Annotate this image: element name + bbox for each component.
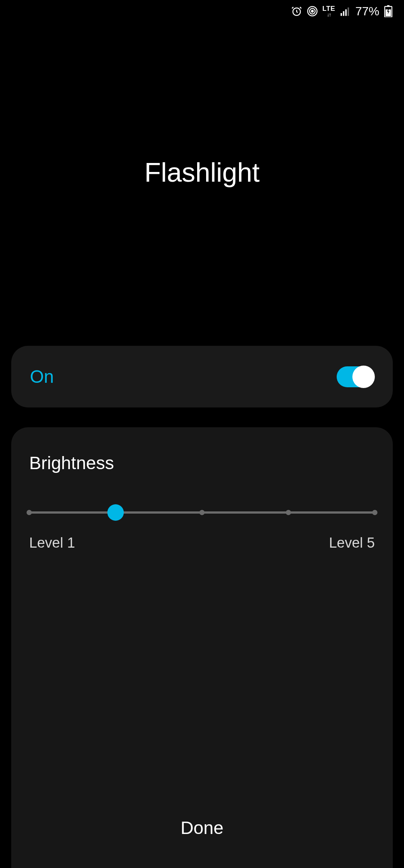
toggle-label: On (30, 366, 54, 387)
svg-rect-5 (343, 11, 345, 16)
slider-labels: Level 1 Level 5 (29, 535, 375, 551)
battery-charging-icon (384, 5, 393, 17)
brightness-title: Brightness (29, 453, 375, 473)
slider-thumb[interactable] (107, 504, 124, 521)
network-type-icon: LTE ↓↑ (322, 5, 335, 17)
brightness-slider[interactable] (29, 505, 375, 520)
toggle-switch[interactable] (337, 366, 374, 387)
svg-rect-4 (340, 13, 342, 16)
status-bar: LTE ↓↑ 77% (0, 0, 404, 22)
svg-rect-6 (345, 9, 347, 16)
slider-tick (372, 510, 377, 515)
battery-percent: 77% (355, 4, 379, 18)
done-button[interactable]: Done (11, 818, 393, 838)
page-title: Flashlight (0, 157, 404, 188)
svg-point-1 (311, 10, 313, 12)
slider-max-label: Level 5 (329, 535, 375, 551)
signal-icon (340, 6, 351, 17)
hotspot-icon (307, 6, 318, 17)
slider-tick (199, 510, 205, 515)
alarm-icon (291, 6, 302, 17)
brightness-card: Brightness Level 1 Level 5 Done (11, 427, 393, 868)
slider-tick (286, 510, 291, 515)
slider-tick (27, 510, 32, 515)
flashlight-toggle-card[interactable]: On (11, 346, 393, 407)
toggle-thumb (352, 366, 375, 388)
slider-min-label: Level 1 (29, 535, 75, 551)
svg-rect-7 (348, 7, 349, 16)
